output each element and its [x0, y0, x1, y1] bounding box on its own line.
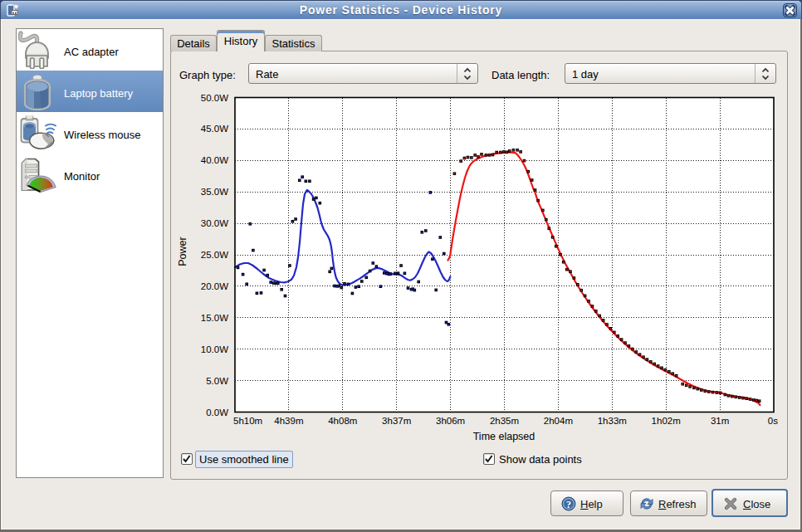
- svg-text:2h35m: 2h35m: [490, 416, 519, 426]
- svg-text:2h04m: 2h04m: [544, 416, 573, 426]
- svg-text:4h39m: 4h39m: [274, 416, 303, 426]
- svg-text:40.0W: 40.0W: [201, 155, 228, 165]
- svg-text:3h37m: 3h37m: [382, 416, 411, 426]
- svg-text:50.0W: 50.0W: [201, 93, 228, 103]
- svg-text:10.0W: 10.0W: [201, 344, 228, 354]
- svg-text:15.0W: 15.0W: [201, 313, 228, 323]
- svg-text:3h06m: 3h06m: [436, 416, 465, 426]
- svg-text:4h08m: 4h08m: [328, 416, 357, 426]
- svg-text:31m: 31m: [711, 416, 729, 426]
- svg-text:5h10m: 5h10m: [233, 416, 262, 426]
- svg-text:?: ?: [566, 499, 571, 510]
- svg-text:5.0W: 5.0W: [206, 376, 228, 386]
- svg-text:Time elapsed: Time elapsed: [473, 431, 535, 442]
- svg-text:0s: 0s: [768, 416, 778, 426]
- svg-text:1h02m: 1h02m: [652, 416, 681, 426]
- svg-text:30.0W: 30.0W: [201, 218, 228, 228]
- svg-text:1h33m: 1h33m: [598, 416, 627, 426]
- svg-text:0.0W: 0.0W: [206, 408, 228, 417]
- svg-text:45.0W: 45.0W: [201, 124, 228, 134]
- svg-text:35.0W: 35.0W: [201, 187, 228, 197]
- svg-text:25.0W: 25.0W: [201, 250, 228, 260]
- svg-text:Power: Power: [177, 237, 188, 266]
- svg-text:20.0W: 20.0W: [201, 281, 228, 291]
